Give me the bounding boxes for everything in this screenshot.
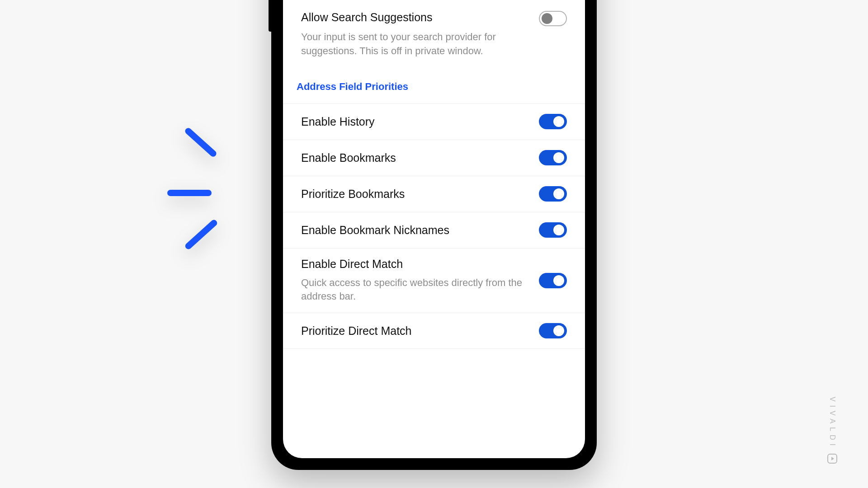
setting-prioritize-direct-match[interactable]: Prioritize Direct Match <box>283 313 585 349</box>
toggle-knob-icon <box>553 152 564 163</box>
setting-title: Prioritize Direct Match <box>301 324 530 338</box>
toggle-prioritize-direct-match[interactable] <box>539 323 567 338</box>
setting-allow-search-suggestions[interactable]: Allow Search Suggestions Your input is s… <box>283 3 585 76</box>
setting-title: Prioritize Bookmarks <box>301 188 530 201</box>
section-header-address-field-priorities: Address Field Priorities <box>283 76 585 103</box>
setting-title: Enable Direct Match <box>301 258 530 271</box>
setting-enable-history[interactable]: Enable History <box>283 103 585 140</box>
setting-text: Enable Bookmarks <box>301 151 530 164</box>
setting-text: Enable Direct Match Quick access to spec… <box>301 258 530 304</box>
toggle-knob-icon <box>542 13 552 24</box>
settings-rows: Enable History Enable Bookmarks <box>283 103 585 349</box>
settings-content: Allow Search Suggestions Your input is s… <box>283 3 585 458</box>
setting-text: Prioritize Direct Match <box>301 324 530 338</box>
toggle-knob-icon <box>553 275 564 286</box>
setting-title: Enable Bookmarks <box>301 151 530 164</box>
setting-description: Your input is sent to your search provid… <box>301 30 528 58</box>
accent-line-icon <box>184 127 218 158</box>
toggle-allow-search-suggestions[interactable] <box>539 11 567 26</box>
toggle-enable-direct-match[interactable] <box>539 273 567 288</box>
phone-screen: Allow Search Suggestions Your input is s… <box>283 0 585 458</box>
setting-title: Allow Search Suggestions <box>301 11 528 24</box>
setting-text: Allow Search Suggestions Your input is s… <box>301 11 528 58</box>
phone-power-button-icon <box>269 0 271 32</box>
vivaldi-logo-icon <box>827 454 837 464</box>
setting-enable-bookmarks[interactable]: Enable Bookmarks <box>283 140 585 176</box>
toggle-enable-bookmarks[interactable] <box>539 150 567 165</box>
toggle-knob-icon <box>553 188 564 199</box>
setting-text: Prioritize Bookmarks <box>301 188 530 201</box>
setting-title: Enable History <box>301 115 530 128</box>
toggle-knob-icon <box>553 116 564 127</box>
setting-text: Enable Bookmark Nicknames <box>301 224 530 237</box>
accent-line-icon <box>184 219 218 251</box>
toggle-knob-icon <box>553 225 564 235</box>
toggle-enable-history[interactable] <box>539 114 567 129</box>
setting-prioritize-bookmarks[interactable]: Prioritize Bookmarks <box>283 176 585 212</box>
toggle-knob-icon <box>553 325 564 336</box>
setting-text: Enable History <box>301 115 530 128</box>
toggle-enable-bookmark-nicknames[interactable] <box>539 222 567 238</box>
setting-description: Quick access to specific websites direct… <box>301 276 530 304</box>
accent-lines <box>167 127 249 253</box>
vivaldi-brand: VIVALDI <box>827 397 837 464</box>
accent-line-icon <box>167 190 212 196</box>
vivaldi-wordmark: VIVALDI <box>828 397 836 449</box>
phone-frame: Allow Search Suggestions Your input is s… <box>271 0 597 470</box>
setting-enable-direct-match[interactable]: Enable Direct Match Quick access to spec… <box>283 248 585 313</box>
setting-title: Enable Bookmark Nicknames <box>301 224 530 237</box>
setting-enable-bookmark-nicknames[interactable]: Enable Bookmark Nicknames <box>283 212 585 248</box>
toggle-prioritize-bookmarks[interactable] <box>539 186 567 202</box>
